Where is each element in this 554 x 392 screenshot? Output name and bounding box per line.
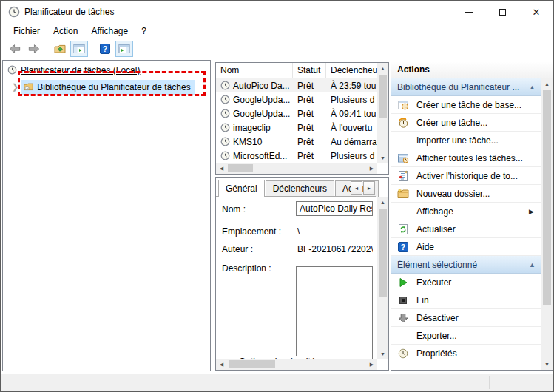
- collapse-arrow-icon[interactable]: ▲: [529, 84, 536, 91]
- task-trigger: À l'ouvertu: [326, 121, 377, 135]
- status-bar-divider: [391, 376, 391, 389]
- action-item-refresh[interactable]: Actualiser: [391, 220, 541, 238]
- scroll-down-icon[interactable]: ▼: [377, 152, 388, 163]
- maximize-button[interactable]: [485, 1, 519, 23]
- action-item-label: Actualiser: [416, 224, 456, 234]
- scroll-left-icon[interactable]: ◀: [216, 359, 227, 370]
- svg-text:?: ?: [103, 44, 107, 53]
- svg-text:?: ?: [401, 243, 405, 251]
- refresh-icon: [397, 223, 409, 235]
- table-row[interactable]: KMS10 Prêt Au démarra: [216, 135, 377, 149]
- scrollbar-thumb[interactable]: [229, 360, 275, 368]
- chevron-right-icon[interactable]: ❯: [12, 82, 18, 92]
- action-item-affichage[interactable]: Affichage ▶: [391, 203, 541, 220]
- menu-fichier[interactable]: Fichier: [7, 24, 47, 38]
- scroll-up-icon[interactable]: ▲: [377, 197, 388, 208]
- nom-field-value[interactable]: AutoPico Daily Res: [296, 201, 373, 216]
- scrollbar-thumb[interactable]: [543, 90, 551, 305]
- window-controls: ✕: [451, 1, 553, 23]
- tab-declencheurs[interactable]: Déclencheurs: [266, 180, 334, 197]
- actions-panel-title: Actions: [391, 61, 553, 78]
- action-item-view-all-tasks[interactable]: Afficher toutes les tâches...: [391, 149, 541, 167]
- description-field-value[interactable]: [296, 266, 373, 361]
- create-basic-task-icon: [397, 99, 409, 111]
- scrollbar-thumb[interactable]: [379, 209, 387, 297]
- toolbar-separator: [47, 42, 47, 55]
- tab-general[interactable]: Général: [218, 180, 265, 197]
- table-row[interactable]: MicrosoftEd... Prêt Plusieurs d: [216, 149, 377, 163]
- tree-item-root[interactable]: Planificateur de tâches (Local): [3, 63, 210, 77]
- scrollbar-thumb[interactable]: [228, 164, 253, 172]
- scroll-down-icon[interactable]: ▼: [541, 359, 553, 370]
- help-button[interactable]: ?: [96, 41, 114, 57]
- submenu-arrow-icon: ▶: [529, 208, 534, 215]
- menu-help[interactable]: ?: [135, 24, 153, 38]
- action-item-import-task[interactable]: Importer une tâche...: [391, 132, 541, 149]
- task-name: GoogleUpda...: [233, 109, 290, 119]
- close-button[interactable]: ✕: [519, 1, 553, 23]
- details-pane: Général Déclencheurs Actions ◂ ▸ Nom : A…: [215, 177, 389, 371]
- scroll-down-icon[interactable]: ▼: [377, 348, 388, 359]
- action-item-enable-history[interactable]: Activer l'historique de to...: [391, 167, 541, 185]
- action-item-exporter[interactable]: Exporter...: [391, 327, 541, 345]
- show-action-pane-button[interactable]: [115, 41, 133, 57]
- actions-section-header-selected[interactable]: Élément sélectionné ▲: [391, 256, 541, 274]
- task-status: Prêt: [293, 135, 326, 149]
- task-list: Nom Statut Déclencheurs AutoPico Da... P…: [215, 62, 389, 175]
- task-list-header: Nom Statut Déclencheurs: [216, 63, 377, 78]
- collapse-arrow-icon[interactable]: ▲: [529, 261, 536, 268]
- details-vertical-scrollbar[interactable]: ▲ ▼: [377, 197, 388, 359]
- action-item-fin[interactable]: Fin: [391, 291, 541, 309]
- action-item-executer[interactable]: Exécuter: [391, 274, 541, 291]
- scroll-right-icon[interactable]: ▶: [366, 359, 377, 370]
- table-row[interactable]: GoogleUpda... Prêt À 09:41 tou: [216, 107, 377, 121]
- column-header-nom[interactable]: Nom: [216, 63, 293, 78]
- action-item-aide[interactable]: ? Aide: [391, 238, 541, 256]
- actions-vertical-scrollbar[interactable]: ▲ ▼: [541, 78, 553, 370]
- table-row[interactable]: AutoPico Da... Prêt À 23:59 tou: [216, 78, 377, 92]
- column-header-statut[interactable]: Statut: [293, 63, 326, 78]
- back-button[interactable]: [6, 41, 24, 57]
- show-console-tree-button[interactable]: [70, 41, 88, 57]
- view-all-tasks-icon: [397, 152, 409, 164]
- action-item-create-task[interactable]: Créer une tâche...: [391, 114, 541, 132]
- maximize-icon: [499, 9, 506, 16]
- task-list-horizontal-scrollbar[interactable]: ◀ ▶: [216, 163, 377, 174]
- tab-scroll-right-button[interactable]: ▸: [363, 181, 375, 195]
- clock-icon: [7, 65, 17, 75]
- scroll-right-icon[interactable]: ▶: [366, 163, 377, 174]
- description-field-label: Description :: [222, 263, 271, 274]
- clock-icon: [220, 81, 230, 90]
- close-icon: ✕: [533, 7, 541, 17]
- scroll-up-icon[interactable]: ▲: [541, 78, 553, 89]
- toolbar: ?: [1, 39, 553, 58]
- action-item-label: Créer une tâche de base...: [416, 100, 521, 110]
- column-header-declencheurs[interactable]: Déclencheurs: [326, 63, 377, 78]
- up-one-level-button[interactable]: [51, 41, 69, 57]
- title-bar: Planificateur de tâches ✕: [1, 1, 553, 23]
- nom-field-label: Nom :: [222, 204, 246, 214]
- actions-section-header-library[interactable]: Bibliothèque du Planificateur ... ▲: [391, 78, 541, 96]
- table-row[interactable]: GoogleUpda... Prêt Plusieurs d: [216, 92, 377, 107]
- table-row[interactable]: imageclip Prêt À l'ouvertu: [216, 121, 377, 135]
- minimize-icon: [465, 12, 473, 13]
- menu-action[interactable]: Action: [47, 24, 84, 38]
- details-horizontal-scrollbar[interactable]: ◀ ▶: [216, 359, 377, 370]
- action-item-label: Nouveau dossier...: [416, 189, 490, 199]
- general-tab-content: Nom : AutoPico Daily Res Emplacement : \…: [216, 201, 376, 358]
- help-icon: ?: [99, 43, 111, 55]
- minimize-button[interactable]: [451, 1, 485, 23]
- forward-button[interactable]: [25, 41, 43, 57]
- action-item-desactiver[interactable]: Désactiver: [391, 309, 541, 327]
- scroll-left-icon[interactable]: ◀: [216, 163, 227, 174]
- tab-scroll-left-button[interactable]: ◂: [351, 181, 362, 195]
- tree-item-library[interactable]: ❯ Bibliothèque du Planificateur de tâche…: [3, 80, 210, 94]
- scroll-up-icon[interactable]: ▲: [377, 63, 388, 74]
- task-name: MicrosoftEd...: [233, 151, 287, 161]
- task-list-vertical-scrollbar[interactable]: ▲ ▼: [377, 63, 388, 163]
- action-item-create-basic-task[interactable]: Créer une tâche de base...: [391, 96, 541, 114]
- menu-affichage[interactable]: Affichage: [84, 24, 135, 38]
- scrollbar-thumb[interactable]: [379, 75, 387, 118]
- action-item-new-folder[interactable]: Nouveau dossier...: [391, 185, 541, 203]
- action-item-proprietes[interactable]: Propriétés: [391, 345, 541, 362]
